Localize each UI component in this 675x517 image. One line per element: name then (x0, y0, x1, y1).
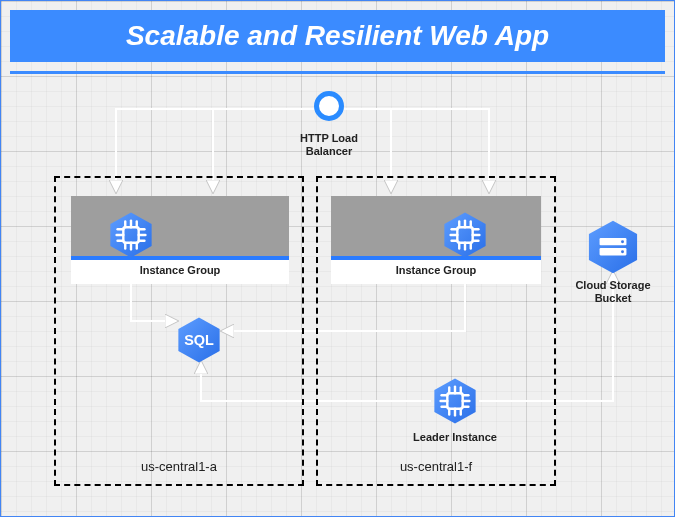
svg-point-48 (621, 250, 624, 253)
svg-marker-44 (589, 221, 637, 274)
page-title: Scalable and Resilient Web App (126, 20, 549, 52)
instance-group-a: Instance Group (71, 196, 289, 284)
load-balancer-label: HTTP Load Balancer (284, 132, 374, 157)
svg-text:SQL: SQL (184, 332, 214, 348)
instance-group-f-label: Instance Group (331, 260, 541, 284)
sql-icon: SQL (175, 316, 223, 364)
leader-icon: Leader Instance (431, 377, 479, 425)
title-bar: Scalable and Resilient Web App (10, 10, 665, 62)
storage-icon: Cloud Storage Bucket (585, 219, 641, 275)
load-balancer: HTTP Load Balancer (314, 91, 344, 121)
instance-group-a-label: Instance Group (71, 260, 289, 284)
diagram-canvas: Scalable and Resilient Web App (0, 0, 675, 517)
instance-group-f: Instance Group (331, 196, 541, 284)
leader-label: Leader Instance (400, 431, 510, 444)
svg-point-47 (621, 240, 624, 243)
title-underline (10, 71, 665, 74)
storage-label: Cloud Storage Bucket (558, 279, 668, 304)
zone-a-label: us-central1-a (56, 459, 302, 474)
compute-icon-f (441, 211, 489, 259)
compute-icon-a (107, 211, 155, 259)
zone-f-label: us-central1-f (318, 459, 554, 474)
